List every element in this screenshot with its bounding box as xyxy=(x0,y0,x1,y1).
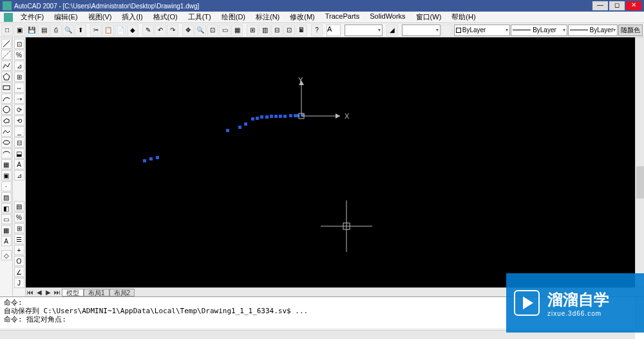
menu-标注[interactable]: 标注(N) xyxy=(251,12,285,22)
selection-grip[interactable] xyxy=(251,117,254,121)
linetype-dropdown[interactable]: ByLayer▾ xyxy=(511,24,567,36)
selection-grip[interactable] xyxy=(265,115,269,119)
line-tool[interactable] xyxy=(1,39,12,49)
menu-修改[interactable]: 修改(M) xyxy=(285,12,320,22)
mod6-tool[interactable]: ⇢ xyxy=(14,93,24,104)
props-icon[interactable]: ⊞ xyxy=(247,24,258,36)
spline-tool[interactable] xyxy=(1,126,12,137)
inq6-tool[interactable]: O xyxy=(14,256,24,266)
toolpal-icon[interactable]: ⊡ xyxy=(283,24,295,36)
selection-grip[interactable] xyxy=(244,122,247,126)
selection-grip[interactable] xyxy=(283,115,287,118)
revcloud-tool[interactable] xyxy=(1,115,12,126)
inq1-tool[interactable]: ▤ xyxy=(14,201,24,211)
selection-grip[interactable] xyxy=(143,159,146,162)
selection-grip[interactable] xyxy=(260,115,263,119)
mod8-tool[interactable]: ⟲ xyxy=(14,115,24,126)
menu-视图[interactable]: 视图(V) xyxy=(83,12,117,22)
selection-grip[interactable] xyxy=(294,114,297,117)
menu-traceparts[interactable]: TraceParts xyxy=(320,12,365,22)
tab-nav-prev[interactable]: ◀ xyxy=(35,289,44,296)
mod3-tool[interactable]: ⊿ xyxy=(14,61,24,71)
inq3-tool[interactable]: ⊞ xyxy=(14,223,24,233)
ellipsearc-tool[interactable] xyxy=(1,148,12,159)
insert-tool[interactable]: ▦ xyxy=(1,159,12,170)
mod12-tool[interactable]: A xyxy=(14,159,24,170)
rect-tool[interactable] xyxy=(1,82,12,93)
tab-model[interactable]: 模型 xyxy=(62,289,84,296)
zoomprev-icon[interactable]: ▦ xyxy=(231,24,243,36)
pline-tool[interactable] xyxy=(1,61,12,71)
cut-icon[interactable]: ✂ xyxy=(90,24,102,36)
mod5-tool[interactable]: ↔ xyxy=(14,82,24,93)
matchprop-icon[interactable]: ◆ xyxy=(127,24,138,36)
menu-工具[interactable]: 工具(T) xyxy=(183,12,216,22)
mod9-tool[interactable]: ⎯ xyxy=(14,126,24,137)
zoomrt-icon[interactable]: 🔍 xyxy=(194,24,206,36)
menu-帮助[interactable]: 帮助(H) xyxy=(446,12,480,22)
menu-插入[interactable]: 插入(I) xyxy=(117,12,147,22)
mod7-tool[interactable]: ⟳ xyxy=(14,104,24,115)
copy-icon[interactable]: 📋 xyxy=(102,24,114,36)
xline-tool[interactable] xyxy=(1,50,12,60)
mod2-tool[interactable]: % xyxy=(14,50,24,60)
mtext-tool[interactable]: A xyxy=(1,236,12,246)
ellipse-tool[interactable] xyxy=(1,137,12,148)
new-icon[interactable]: □ xyxy=(1,24,13,36)
inq2-tool[interactable]: % xyxy=(14,212,24,222)
inq5-tool[interactable]: + xyxy=(14,245,24,255)
save-icon[interactable]: 💾 xyxy=(26,24,37,36)
tab-nav-next[interactable]: ▶ xyxy=(44,289,53,296)
bycolor-button[interactable]: 随颜色 xyxy=(618,24,643,36)
circle-tool[interactable] xyxy=(1,104,12,115)
layer-state-picker[interactable]: ▾ xyxy=(402,24,440,36)
selection-grip[interactable] xyxy=(274,115,278,118)
gradient-tool[interactable]: ◧ xyxy=(1,203,12,213)
menu-格式[interactable]: 格式(O) xyxy=(148,12,183,22)
plot-icon[interactable]: ⎙ xyxy=(50,24,62,36)
menu-编辑[interactable]: 编辑(E) xyxy=(49,12,83,22)
selection-grip[interactable] xyxy=(301,113,305,117)
zoomext-icon[interactable]: ⊡ xyxy=(207,24,218,36)
canvas-scroll-vertical[interactable] xyxy=(635,37,644,287)
tab-nav-first[interactable]: ⏮ xyxy=(26,289,35,296)
menu-solidworks[interactable]: SolidWorks xyxy=(365,12,410,22)
maximize-button[interactable]: ◻ xyxy=(609,1,625,10)
paint-icon[interactable]: ◢ xyxy=(386,24,398,36)
selection-grip[interactable] xyxy=(279,115,282,118)
select-tool[interactable]: ◇ xyxy=(1,250,12,260)
undo-icon[interactable]: ↶ xyxy=(155,24,166,36)
mod10-tool[interactable]: ⊟ xyxy=(14,137,24,148)
selection-grip[interactable] xyxy=(149,157,153,160)
arc-tool[interactable] xyxy=(1,93,12,104)
help-icon[interactable]: ? xyxy=(311,24,323,36)
layer-color-picker[interactable]: ▾ xyxy=(345,24,383,36)
publish-icon[interactable]: ⬆ xyxy=(75,24,86,36)
drawing-canvas[interactable]: X Y ⏮ ◀ ▶ ⏭ 模型 布局1 布局2 xyxy=(26,37,644,296)
mod13-tool[interactable]: ⊿ xyxy=(14,170,24,180)
pan-icon[interactable]: ✥ xyxy=(182,24,194,36)
inq7-tool[interactable]: ∠ xyxy=(14,267,24,277)
lineweight-dropdown[interactable]: ByLayer▾ xyxy=(568,24,618,36)
preview-icon[interactable]: 🔍 xyxy=(62,24,74,36)
tab-nav-last[interactable]: ⏭ xyxy=(53,289,62,296)
selection-grip[interactable] xyxy=(156,156,159,159)
menu-绘图[interactable]: 绘图(D) xyxy=(216,12,251,22)
sheetset-icon[interactable]: ⊟ xyxy=(271,24,283,36)
dsv-icon[interactable]: ▥ xyxy=(259,24,270,36)
selection-grip[interactable] xyxy=(238,126,242,129)
point-tool[interactable]: · xyxy=(1,181,12,191)
redo-icon[interactable]: ↷ xyxy=(167,24,178,36)
mod4-tool[interactable]: ⊞ xyxy=(14,72,24,82)
selection-grip[interactable] xyxy=(256,117,259,120)
tab-layout2[interactable]: 布局2 xyxy=(109,289,135,296)
mod1-tool[interactable]: ⊡ xyxy=(14,39,24,49)
polygon-tool[interactable] xyxy=(1,72,12,82)
calc-icon[interactable]: 🖩 xyxy=(296,24,307,36)
minimize-button[interactable]: — xyxy=(592,1,608,10)
layer-tool-icon[interactable] xyxy=(441,24,453,36)
inq8-tool[interactable]: J xyxy=(14,278,24,288)
region-tool[interactable]: ▭ xyxy=(1,214,12,224)
saveas-icon[interactable]: ▤ xyxy=(38,24,50,36)
zoomwin-icon[interactable]: ▭ xyxy=(219,24,231,36)
